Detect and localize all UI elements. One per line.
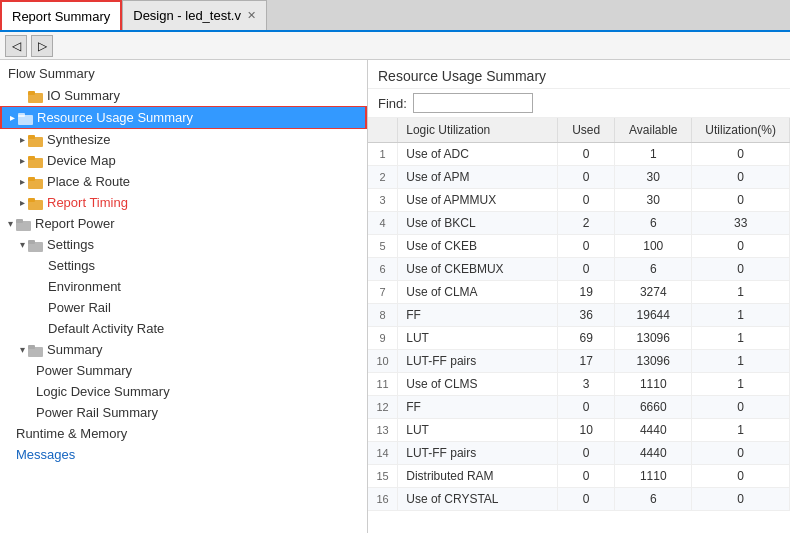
- svg-rect-9: [28, 177, 35, 181]
- sidebar-item-place-route[interactable]: ▸ Place & Route: [0, 171, 367, 192]
- sidebar-item-report-power[interactable]: ▾ Report Power: [0, 213, 367, 234]
- cell-name: Use of CLMS: [398, 373, 558, 396]
- cell-util: 1: [692, 327, 790, 350]
- sidebar-item-runtime-memory[interactable]: Runtime & Memory: [0, 423, 367, 444]
- cell-used: 17: [558, 350, 615, 373]
- sidebar-item-settings-group[interactable]: ▾ Settings: [0, 234, 367, 255]
- settings-group-label: Settings: [47, 237, 94, 252]
- cell-util: 0: [692, 258, 790, 281]
- cell-available: 1110: [615, 373, 692, 396]
- folder-icon-device-map: [28, 154, 44, 168]
- place-route-label: Place & Route: [47, 174, 130, 189]
- table-row: 8 FF 36 19644 1: [368, 304, 790, 327]
- settings-item-label: Settings: [48, 258, 95, 273]
- folder-icon-report-timing: [28, 196, 44, 210]
- sidebar-item-synthesize[interactable]: ▸ Synthesize: [0, 129, 367, 150]
- cell-available: 4440: [615, 442, 692, 465]
- toolbar-back-button[interactable]: ◁: [5, 35, 27, 57]
- tab-design-label: Design - led_test.v: [133, 8, 241, 23]
- cell-util: 0: [692, 396, 790, 419]
- tab-design-close[interactable]: ✕: [247, 9, 256, 22]
- cell-util: 0: [692, 235, 790, 258]
- cell-name: Use of BKCL: [398, 212, 558, 235]
- cell-available: 3274: [615, 281, 692, 304]
- cell-used: 0: [558, 442, 615, 465]
- find-input[interactable]: [413, 93, 533, 113]
- main-layout: Flow Summary IO Summary ▸ Resource Usage…: [0, 60, 790, 533]
- synthesize-arrow: ▸: [16, 134, 28, 145]
- cell-used: 2: [558, 212, 615, 235]
- table-row: 10 LUT-FF pairs 17 13096 1: [368, 350, 790, 373]
- cell-num: 1: [368, 143, 398, 166]
- sidebar-item-environment[interactable]: Environment: [0, 276, 367, 297]
- sidebar-item-device-map[interactable]: ▸ Device Map: [0, 150, 367, 171]
- cell-used: 0: [558, 396, 615, 419]
- cell-available: 13096: [615, 327, 692, 350]
- resource-usage-label: Resource Usage Summary: [37, 110, 193, 125]
- cell-num: 9: [368, 327, 398, 350]
- cell-num: 4: [368, 212, 398, 235]
- cell-available: 1: [615, 143, 692, 166]
- sidebar-item-summary-group[interactable]: ▾ Summary: [0, 339, 367, 360]
- sidebar-item-power-summary[interactable]: Power Summary: [0, 360, 367, 381]
- sidebar-item-settings[interactable]: Settings: [0, 255, 367, 276]
- cell-num: 6: [368, 258, 398, 281]
- report-timing-arrow: ▸: [16, 197, 28, 208]
- sidebar-item-io-summary[interactable]: IO Summary: [0, 85, 367, 106]
- report-power-label: Report Power: [35, 216, 114, 231]
- sidebar-item-default-activity[interactable]: Default Activity Rate: [0, 318, 367, 339]
- toolbar: ◁ ▷: [0, 32, 790, 60]
- device-map-arrow: ▸: [16, 155, 28, 166]
- sidebar-item-report-timing[interactable]: ▸ Report Timing: [0, 192, 367, 213]
- table-row: 14 LUT-FF pairs 0 4440 0: [368, 442, 790, 465]
- tab-design[interactable]: Design - led_test.v ✕: [122, 0, 267, 30]
- cell-used: 0: [558, 143, 615, 166]
- cell-num: 2: [368, 166, 398, 189]
- find-bar: Find:: [368, 89, 790, 118]
- cell-util: 1: [692, 419, 790, 442]
- runtime-memory-label: Runtime & Memory: [16, 426, 127, 441]
- power-rail-summary-label: Power Rail Summary: [36, 405, 158, 420]
- cell-used: 19: [558, 281, 615, 304]
- folder-icon-settings: [28, 238, 44, 252]
- cell-available: 19644: [615, 304, 692, 327]
- cell-num: 15: [368, 465, 398, 488]
- col-num: [368, 118, 398, 143]
- environment-label: Environment: [48, 279, 121, 294]
- svg-rect-15: [28, 240, 35, 244]
- cell-available: 1110: [615, 465, 692, 488]
- flow-summary-title: Flow Summary: [0, 60, 367, 85]
- sidebar-item-messages[interactable]: Messages: [0, 444, 367, 465]
- toolbar-forward-button[interactable]: ▷: [31, 35, 53, 57]
- sidebar-item-logic-device[interactable]: Logic Device Summary: [0, 381, 367, 402]
- sidebar-item-power-rail[interactable]: Power Rail: [0, 297, 367, 318]
- table-row: 13 LUT 10 4440 1: [368, 419, 790, 442]
- svg-rect-3: [18, 113, 25, 117]
- svg-rect-7: [28, 156, 35, 160]
- table-row: 3 Use of APMMUX 0 30 0: [368, 189, 790, 212]
- table-header-row: Logic Utilization Used Available Utiliza…: [368, 118, 790, 143]
- col-available: Available: [615, 118, 692, 143]
- cell-name: LUT: [398, 327, 558, 350]
- messages-label: Messages: [16, 447, 75, 462]
- col-used: Used: [558, 118, 615, 143]
- table-row: 6 Use of CKEBMUX 0 6 0: [368, 258, 790, 281]
- table-row: 2 Use of APM 0 30 0: [368, 166, 790, 189]
- sidebar-item-power-rail-summary[interactable]: Power Rail Summary: [0, 402, 367, 423]
- power-summary-label: Power Summary: [36, 363, 132, 378]
- cell-used: 10: [558, 419, 615, 442]
- logic-device-label: Logic Device Summary: [36, 384, 170, 399]
- tab-report-summary[interactable]: Report Summary: [0, 0, 122, 30]
- cell-available: 6: [615, 258, 692, 281]
- cell-name: Distributed RAM: [398, 465, 558, 488]
- cell-name: FF: [398, 396, 558, 419]
- cell-available: 13096: [615, 350, 692, 373]
- table-row: 7 Use of CLMA 19 3274 1: [368, 281, 790, 304]
- table-row: 12 FF 0 6660 0: [368, 396, 790, 419]
- cell-util: 0: [692, 166, 790, 189]
- cell-num: 7: [368, 281, 398, 304]
- sidebar-item-resource-usage[interactable]: ▸ Resource Usage Summary: [0, 106, 367, 129]
- cell-available: 6: [615, 488, 692, 511]
- resource-table: Logic Utilization Used Available Utiliza…: [368, 118, 790, 511]
- svg-rect-5: [28, 135, 35, 139]
